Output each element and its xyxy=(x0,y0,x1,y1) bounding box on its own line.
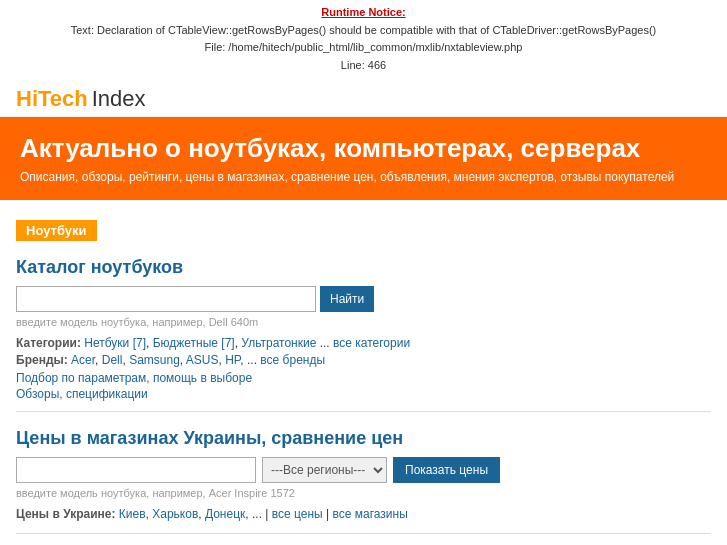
laptop-search-row: Найти xyxy=(16,286,711,312)
laptop-search-hint: введите модель ноутбука, например, Dell … xyxy=(16,316,711,328)
categories-row: Категории: Нетбуки [7], Бюджетные [7], У… xyxy=(16,336,711,350)
brand-dell[interactable]: Dell xyxy=(102,353,123,367)
laptop-search-button[interactable]: Найти xyxy=(320,286,374,312)
region-select[interactable]: ---Все регионы--- xyxy=(262,457,387,483)
divider-2 xyxy=(16,533,711,534)
runtime-notice: Runtime Notice: Text: Declaration of CTa… xyxy=(0,0,727,78)
prices-section: Цены в магазинах Украины, сравнение цен … xyxy=(16,428,711,521)
divider-1 xyxy=(16,411,711,412)
brands-row: Бренды: Acer, Dell, Samsung, ASUS, HP, .… xyxy=(16,353,711,367)
selection-link[interactable]: Подбор по параметрам, помощь в выборе xyxy=(16,371,711,385)
prices-cities: Цены в Украине: Киев, Харьков, Донецк, .… xyxy=(16,507,711,521)
laptop-search-input[interactable] xyxy=(16,286,316,312)
reviews-link[interactable]: Обзоры, спецификации xyxy=(16,387,711,401)
show-prices-button[interactable]: Показать цены xyxy=(393,457,500,483)
site-header: HiTechIndex xyxy=(0,78,727,117)
category-budget[interactable]: Бюджетные [7] xyxy=(153,336,235,350)
notice-line3: Line: 466 xyxy=(10,57,717,75)
main-content: Ноутбуки Каталог ноутбуков Найти введите… xyxy=(0,200,727,545)
notice-line1: Text: Declaration of CTableView::getRows… xyxy=(10,22,717,40)
prices-heading: Цены в магазинах Украины, сравнение цен xyxy=(16,428,711,449)
brand-samsung[interactable]: Samsung xyxy=(129,353,180,367)
category-all[interactable]: все категории xyxy=(333,336,410,350)
categories-label: Категории: xyxy=(16,336,81,350)
price-search-input[interactable] xyxy=(16,457,256,483)
cities-label: Цены в Украине: xyxy=(16,507,115,521)
price-search-hint: введите модель ноутбука, например, Acer … xyxy=(16,487,711,499)
hero-subtitle: Описания, обзоры, рейтинги, цены в магаз… xyxy=(20,170,707,184)
notice-title: Runtime Notice: xyxy=(321,6,405,18)
logo-index: Index xyxy=(92,86,146,111)
all-prices-link[interactable]: все цены xyxy=(272,507,323,521)
logo-hitech: HiTech xyxy=(16,86,88,111)
brand-asus[interactable]: ASUS xyxy=(186,353,219,367)
notice-line2: File: /home/hitech/public_html/lib_commo… xyxy=(10,39,717,57)
brand-all[interactable]: все бренды xyxy=(260,353,325,367)
price-search-row: ---Все регионы--- Показать цены xyxy=(16,457,711,483)
category-ultrathin[interactable]: Ультратонкие xyxy=(241,336,316,350)
hero-banner: Актуально о ноутбуках, компьютерах, серв… xyxy=(0,117,727,200)
category-netbooks[interactable]: Нетбуки [7] xyxy=(84,336,146,350)
city-kyiv[interactable]: Киев xyxy=(119,507,146,521)
city-kharkiv[interactable]: Харьков xyxy=(152,507,198,521)
hero-title: Актуально о ноутбуках, компьютерах, серв… xyxy=(20,133,707,164)
city-donetsk[interactable]: Донецк xyxy=(205,507,245,521)
catalog-heading: Каталог ноутбуков xyxy=(16,257,711,278)
brands-label: Бренды: xyxy=(16,353,68,367)
site-logo: HiTechIndex xyxy=(16,86,146,111)
all-shops-link[interactable]: все магазины xyxy=(332,507,407,521)
brand-hp[interactable]: HP xyxy=(225,353,240,367)
laptops-badge: Ноутбуки xyxy=(16,220,97,241)
brand-acer[interactable]: Acer xyxy=(71,353,95,367)
